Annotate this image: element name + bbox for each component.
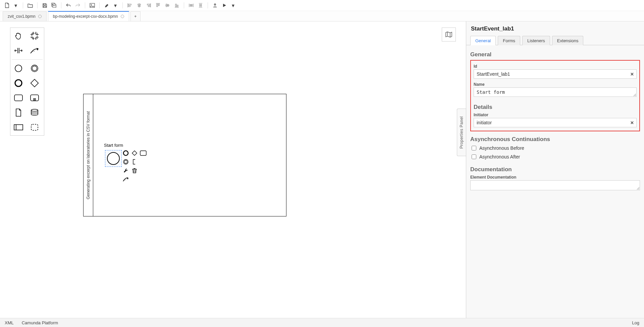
append-end-event-icon[interactable]: [122, 149, 129, 157]
save-icon[interactable]: [40, 1, 49, 10]
data-store-icon[interactable]: [28, 106, 41, 119]
name-label: Name: [474, 82, 637, 87]
run-dropdown-icon[interactable]: ▾: [229, 1, 237, 10]
intermediate-event-icon[interactable]: [28, 62, 41, 75]
props-tab-general[interactable]: General: [470, 36, 496, 45]
start-event-circle-icon: [107, 152, 120, 165]
file-tab[interactable]: bp-modeling-excerpt-csv-docx.bpmn: [48, 11, 129, 21]
append-intermediate-event-icon[interactable]: [122, 158, 129, 166]
svg-rect-2: [32, 33, 37, 39]
props-title: StartEvent_lab1: [471, 25, 639, 32]
file-tab[interactable]: zvit_csv1.bpmn: [3, 11, 47, 21]
initiator-label: Initiator: [474, 113, 637, 117]
async-before-checkbox[interactable]: [472, 146, 476, 150]
svg-rect-13: [31, 124, 38, 130]
align-center-h-icon[interactable]: [135, 1, 144, 10]
async-before-row[interactable]: Asynchronous Before: [470, 145, 640, 151]
align-center-v-icon[interactable]: [163, 1, 172, 10]
props-tab-forms[interactable]: Forms: [498, 36, 520, 45]
start-event-icon[interactable]: [12, 62, 25, 75]
connect-tool-icon[interactable]: [28, 44, 41, 57]
svg-point-11: [31, 109, 38, 111]
minimap-toggle-button[interactable]: [442, 27, 456, 42]
hand-tool-icon[interactable]: [12, 29, 25, 43]
align-bottom-icon[interactable]: [172, 1, 181, 10]
data-object-icon[interactable]: [12, 106, 25, 119]
undo-icon[interactable]: [64, 1, 73, 10]
properties-panel: StartEvent_lab1 General Forms Listeners …: [466, 21, 644, 318]
async-after-row[interactable]: Asynchronous After: [470, 153, 640, 160]
name-input[interactable]: Start form: [474, 87, 637, 97]
run-icon[interactable]: [220, 1, 229, 10]
props-tab-listeners[interactable]: Listeners: [522, 36, 550, 45]
svg-point-1: [91, 4, 92, 5]
svg-rect-8: [14, 95, 22, 101]
align-top-icon[interactable]: [154, 1, 162, 10]
distribute-v-icon[interactable]: [196, 1, 205, 10]
doc-textarea[interactable]: [470, 180, 640, 190]
trash-icon[interactable]: [131, 167, 138, 174]
annotation-icon[interactable]: [131, 158, 138, 166]
svg-rect-15: [132, 151, 137, 155]
lasso-tool-icon[interactable]: [28, 29, 41, 43]
upload-icon[interactable]: [211, 1, 219, 10]
props-tabs: General Forms Listeners Extensions: [466, 36, 644, 45]
connect-icon[interactable]: [122, 176, 129, 183]
top-toolbar: ▾ ▾ ▾: [0, 0, 644, 11]
svg-point-18: [124, 160, 127, 164]
id-label: Id: [474, 64, 637, 69]
end-event-icon[interactable]: [12, 76, 25, 90]
pool-title: Generating excerpt on laboratories in CS…: [84, 94, 93, 216]
dirty-indicator-icon: [121, 15, 124, 18]
clear-icon[interactable]: ✕: [630, 72, 634, 77]
gateway-icon[interactable]: [28, 76, 41, 90]
add-tab-button[interactable]: +: [130, 11, 141, 21]
align-right-icon[interactable]: [144, 1, 153, 10]
pool-icon[interactable]: [12, 121, 25, 134]
open-icon[interactable]: [26, 1, 35, 10]
properties-panel-toggle[interactable]: Properties Panel: [457, 109, 466, 156]
highlighted-section: Id ✕ Name Start form Details Initiator ✕: [470, 60, 640, 131]
props-tab-extensions[interactable]: Extensions: [552, 36, 584, 45]
svg-rect-16: [140, 151, 146, 155]
wrench-icon[interactable]: [122, 167, 129, 174]
section-async: Asynchronous Continuations: [470, 136, 640, 143]
properties-panel-label: Properties Panel: [459, 116, 464, 149]
status-bar: XML Camunda Platform Log: [0, 318, 644, 327]
status-log-button[interactable]: Log: [632, 320, 639, 325]
async-before-label: Asynchronous Before: [479, 145, 524, 151]
palette: [10, 27, 44, 136]
svg-rect-12: [14, 125, 23, 130]
space-tool-icon[interactable]: [12, 44, 25, 57]
group-icon[interactable]: [28, 121, 41, 134]
append-task-icon[interactable]: [140, 149, 147, 157]
paint-icon[interactable]: [102, 1, 111, 10]
async-after-label: Asynchronous After: [479, 154, 520, 159]
section-general: General: [470, 51, 640, 58]
svg-point-5: [32, 66, 37, 71]
start-event-label: Start form: [104, 143, 123, 148]
distribute-h-icon[interactable]: [187, 1, 196, 10]
save-all-icon[interactable]: [50, 1, 58, 10]
new-file-dropdown-icon[interactable]: ▾: [11, 1, 20, 10]
async-after-checkbox[interactable]: [472, 154, 476, 159]
id-input[interactable]: [474, 69, 637, 79]
paint-dropdown-icon[interactable]: ▾: [111, 1, 120, 10]
section-details: Details: [474, 104, 637, 111]
svg-point-3: [15, 65, 22, 72]
redo-icon[interactable]: [73, 1, 82, 10]
status-xml-button[interactable]: XML: [5, 320, 14, 325]
subprocess-icon[interactable]: [28, 91, 41, 105]
append-gateway-icon[interactable]: [131, 149, 138, 157]
clear-icon[interactable]: ✕: [630, 120, 634, 125]
task-icon[interactable]: [12, 91, 25, 105]
new-file-icon[interactable]: [3, 1, 11, 10]
context-pad: [122, 149, 147, 183]
image-icon[interactable]: [88, 1, 97, 10]
initiator-input[interactable]: [474, 118, 637, 127]
align-left-icon[interactable]: [125, 1, 134, 10]
status-platform-button[interactable]: Camunda Platform: [22, 320, 58, 325]
canvas[interactable]: Properties Panel Generating excerpt on l…: [0, 21, 466, 318]
doc-label: Element Documentation: [470, 175, 640, 180]
start-event-selected[interactable]: [105, 150, 122, 167]
